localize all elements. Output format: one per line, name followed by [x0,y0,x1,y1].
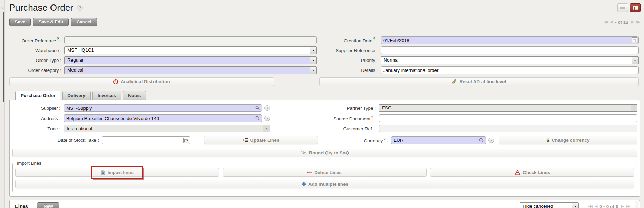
calendar-icon[interactable] [632,37,637,43]
plus-icon [302,182,306,186]
search-icon [255,106,260,110]
form-view-button[interactable] [630,3,641,12]
zone-label: Zone [12,126,60,131]
round-qty-button[interactable]: Round Qty to SoQ [12,149,637,157]
chevron-down-icon: ▼ [632,57,638,64]
search-icon [255,116,260,120]
record-pager-text: - of 11 [615,20,628,25]
new-line-button[interactable]: New [37,202,59,208]
chevron-down-icon: ▼ [310,47,316,54]
delete-lines-button[interactable]: Delete Lines [223,168,427,177]
date-of-stock-take-input[interactable] [102,136,190,144]
calendar-icon[interactable] [183,138,189,143]
order-category-select[interactable]: Medical ▼ [64,66,317,74]
change-currency-button[interactable]: $ Change currency [499,136,637,144]
lines-pager-text: 0 - 0 of 0 [599,204,618,208]
save-edit-button[interactable]: Save & Edit [33,18,69,26]
currency-label: Currency? [330,137,388,143]
next-record-button[interactable]: ▶ [631,20,633,24]
tab-invoices[interactable]: Invoices [92,91,121,100]
page-header: Purchase Order ? [5,0,644,14]
sidebar-collapse-rail: » [0,0,5,208]
supplier-reference-input[interactable] [381,46,639,54]
chevron-down-icon: ▼ [310,57,316,64]
chevron-down-icon[interactable]: ▼ [264,116,270,121]
supplier-input[interactable] [64,104,262,112]
order-reference-label: Order Reference? [9,37,61,43]
list-view-button[interactable] [617,3,628,12]
import-lines-legend: Import Lines [15,161,43,166]
first-record-button[interactable]: ◀◀ [604,20,607,24]
address-input[interactable] [64,114,262,122]
priority-label: Priority [319,58,378,63]
analytical-distribution-button[interactable]: ! Analytical Distribution [9,77,274,86]
lines-next-page-button[interactable]: ▶ [621,205,623,208]
list-view-icon [620,6,625,10]
save-button[interactable]: Save [9,18,31,26]
address-label: Address [12,116,60,121]
help-mark-icon: ? [57,37,59,41]
help-mark-icon: ? [373,37,375,41]
priority-select[interactable]: Normal ▼ [381,56,639,64]
date-of-stock-take-label: Date of Stock Take [12,138,99,143]
add-multiple-lines-button[interactable]: Add multiple lines [15,180,634,188]
partner-type-label: Partner Type [273,106,376,111]
source-document-input[interactable] [379,114,637,122]
chevron-down-icon: ▼ [310,67,316,74]
gear-icon [301,150,307,156]
source-document-label: Source Document? [273,115,376,121]
customer-ref-label: Customer Ref. [273,126,376,131]
update-lines-button[interactable]: Update Lines [204,136,318,144]
address-field[interactable] [64,114,262,122]
warehouse-select[interactable]: MSF HQ1C1 ▼ [64,46,317,54]
details-input[interactable] [381,66,639,74]
reset-ad-button[interactable]: Reset AD at line level [319,77,639,86]
lines-first-page-button[interactable]: ◀◀ [588,205,591,208]
previous-record-button[interactable]: ◀ [610,20,612,24]
minus-icon [307,172,312,173]
customer-ref-input [379,125,637,132]
vertical-scrollbar[interactable] [635,201,639,208]
partner-type-select: ESC ▼ [379,104,637,112]
purchase-order-page: » Purchase Order ? Save Sav [0,0,644,208]
zone-select: International ▼ [64,125,270,132]
last-record-button[interactable]: ▶▶ [636,20,639,24]
hide-cancelled-select[interactable]: Hide cancelled ▼ [520,202,579,208]
purchase-order-tab-panel: Supplier ▼ Partner Type ESC ▼ Address [9,100,640,197]
chevron-down-icon[interactable]: ▼ [264,105,270,111]
cancel-button[interactable]: Cancel [71,18,97,26]
sidebar-divider [3,12,4,102]
import-lines-button[interactable]: Import lines [15,168,219,177]
currency-field[interactable] [391,136,486,144]
order-type-label: Order Type [9,58,61,63]
lines-title: Lines [15,204,28,208]
order-type-select[interactable]: Regular ▼ [64,56,317,64]
tab-delivery[interactable]: Delivery [62,91,91,100]
creation-date-field [381,36,639,44]
record-pager: ◀◀ ◀ - of 11 ▶ ▶▶ [604,20,639,25]
update-lines-icon [243,138,248,142]
search-icon [479,138,484,142]
import-file-icon [101,170,105,175]
lines-last-page-button[interactable]: ▶▶ [626,205,629,208]
tab-notes[interactable]: Notes [123,91,146,100]
currency-input[interactable] [391,136,486,144]
help-mark-icon: ? [371,115,373,119]
chevron-down-icon[interactable]: ▼ [488,138,494,143]
title-help-icon[interactable]: ? [77,5,83,11]
exclamation-circle-icon: ! [113,79,118,84]
help-mark-icon: ? [383,137,385,141]
sidebar-expand-icon[interactable]: » [0,5,4,11]
supplier-field[interactable] [64,104,262,112]
order-category-label: Order category [9,68,61,73]
page-title: Purchase Order [9,2,73,13]
lines-previous-page-button[interactable]: ◀ [595,205,596,208]
warning-triangle-icon [515,170,520,175]
supplier-reference-label: Supplier Reference [319,48,378,53]
creation-date-input[interactable] [381,36,639,44]
tab-purchase-order[interactable]: Purchase Order [15,91,60,100]
toolbar: Save Save & Edit Cancel ◀◀ ◀ - of 11 ▶ ▶… [5,15,644,29]
check-lines-button[interactable]: Check Lines [430,168,634,177]
order-reference-input[interactable] [64,36,317,44]
warehouse-label: Warehouse [9,48,61,53]
